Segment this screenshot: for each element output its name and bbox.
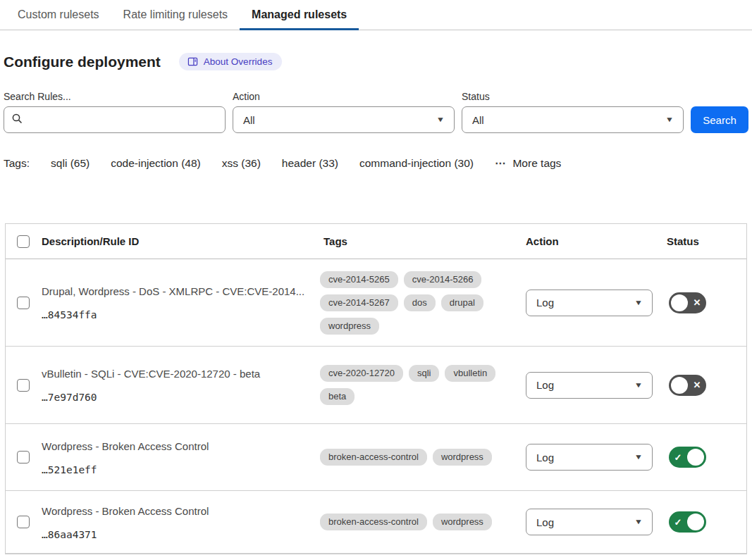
tag-pill: wordpress: [433, 449, 492, 466]
row-checkbox[interactable]: [17, 451, 30, 463]
action-select-value: Log: [536, 452, 554, 463]
rules-table: Description/Rule ID Tags Action Status D…: [5, 223, 747, 554]
tag-pill: sqli: [409, 365, 440, 382]
tag-pill: vbulletin: [445, 365, 495, 382]
chevron-down-icon: ▼: [665, 116, 674, 123]
col-tags: Tags: [320, 235, 522, 247]
book-icon: [187, 56, 198, 67]
search-icon: [11, 113, 23, 127]
rule-description: Wordpress - Broken Access Control: [42, 504, 306, 518]
table-row: Wordpress - Broken Access Control…521e1e…: [6, 424, 746, 491]
rule-description: vBulletin - SQLi - CVE:CVE-2020-12720 - …: [42, 367, 306, 381]
chevron-down-icon: ▼: [634, 518, 643, 525]
rule-tags: cve-2014-5265cve-2014-5266cve-2014-5267d…: [320, 271, 522, 335]
rule-id: …521e1eff: [42, 464, 306, 475]
rule-id: …84534ffa: [42, 309, 306, 321]
tags-bar: Tags: sqli (65)code-injection (48)xss (3…: [4, 157, 748, 170]
row-checkbox[interactable]: [17, 297, 30, 309]
search-rules-input[interactable]: [4, 106, 226, 133]
rule-tags: broken-access-controlwordpress: [320, 514, 522, 530]
action-select[interactable]: Log▼: [526, 290, 653, 316]
rule-description: Drupal, Wordpress - DoS - XMLRPC - CVE:C…: [42, 285, 306, 299]
tag-filter-link[interactable]: code-injection (48): [111, 157, 201, 170]
col-status: Status: [663, 235, 746, 247]
action-select-value: Log: [536, 516, 554, 528]
action-select-value: Log: [536, 297, 554, 309]
tag-pill: cve-2014-5266: [404, 271, 482, 288]
tags-bar-label: Tags:: [4, 157, 30, 170]
page-title: Configure deployment: [4, 52, 161, 71]
status-filter-label: Status: [462, 91, 684, 102]
status-toggle[interactable]: ✓: [669, 511, 706, 533]
x-icon: ✕: [690, 380, 704, 390]
more-tags-button[interactable]: ⋯ More tags: [495, 157, 561, 170]
table-row: Drupal, Wordpress - DoS - XMLRPC - CVE:C…: [6, 259, 746, 347]
tag-links: sqli (65)code-injection (48)xss (36)head…: [51, 157, 474, 170]
toggle-knob: [671, 294, 688, 311]
tag-pill: beta: [320, 388, 355, 405]
tag-pill: cve-2014-5267: [320, 294, 398, 311]
chevron-down-icon: ▼: [634, 382, 643, 389]
tag-filter-link[interactable]: command-injection (30): [359, 157, 474, 170]
table-header-row: Description/Rule ID Tags Action Status: [6, 224, 746, 259]
rule-description: Wordpress - Broken Access Control: [42, 440, 306, 454]
main-content: Configure deployment About Overrides Sea…: [0, 52, 752, 554]
ellipsis-icon: ⋯: [495, 157, 507, 170]
tag-pill: dos: [404, 294, 436, 311]
rule-id: …7e97d760: [42, 392, 306, 403]
status-toggle[interactable]: ✓: [669, 447, 706, 468]
rule-tags: broken-access-controlwordpress: [320, 449, 522, 466]
about-overrides-label: About Overrides: [204, 56, 273, 67]
toggle-knob: [687, 449, 704, 466]
action-filter-select[interactable]: All ▼: [233, 106, 455, 133]
status-toggle[interactable]: ✕: [669, 375, 706, 396]
row-checkbox[interactable]: [17, 516, 30, 528]
tag-pill: cve-2014-5265: [320, 271, 398, 288]
row-checkbox[interactable]: [17, 379, 30, 392]
search-button[interactable]: Search: [691, 106, 748, 133]
tag-pill: broken-access-control: [320, 514, 427, 530]
action-select[interactable]: Log▼: [526, 444, 653, 471]
tag-filter-link[interactable]: xss (36): [222, 157, 261, 170]
toggle-knob: [687, 514, 704, 530]
about-overrides-badge[interactable]: About Overrides: [179, 53, 283, 70]
rule-tags: cve-2020-12720sqlivbulletinbeta: [320, 365, 522, 405]
check-icon: ✓: [671, 452, 685, 463]
tag-pill: drupal: [441, 294, 483, 311]
status-filter-value: All: [472, 114, 484, 126]
tab-managed-rulesets[interactable]: Managed rulesets: [240, 1, 359, 30]
ruleset-tabs: Custom rulesetsRate limiting rulesetsMan…: [0, 0, 752, 30]
rule-id: …86aa4371: [42, 529, 306, 540]
table-row: vBulletin - SQLi - CVE:CVE-2020-12720 - …: [6, 347, 746, 424]
more-tags-label: More tags: [512, 157, 561, 170]
chevron-down-icon: ▼: [436, 116, 445, 123]
chevron-down-icon: ▼: [634, 299, 643, 306]
x-icon: ✕: [690, 297, 704, 308]
tag-filter-link[interactable]: header (33): [282, 157, 338, 170]
action-select-value: Log: [536, 379, 554, 391]
chevron-down-icon: ▼: [634, 454, 643, 461]
action-select[interactable]: Log▼: [526, 509, 653, 535]
select-all-checkbox[interactable]: [17, 235, 30, 248]
tab-custom-rulesets[interactable]: Custom rulesets: [6, 1, 111, 30]
search-rules-label: Search Rules...: [4, 91, 226, 102]
tag-pill: cve-2020-12720: [320, 365, 403, 382]
toggle-knob: [671, 377, 688, 394]
status-toggle[interactable]: ✕: [669, 292, 706, 313]
tag-pill: wordpress: [320, 318, 379, 335]
action-filter-value: All: [243, 114, 255, 126]
table-row: Wordpress - Broken Access Control…86aa43…: [6, 491, 746, 554]
tag-filter-link[interactable]: sqli (65): [51, 157, 90, 170]
tab-rate-limiting-rulesets[interactable]: Rate limiting rulesets: [111, 1, 240, 30]
status-filter-select[interactable]: All ▼: [462, 106, 684, 133]
action-select[interactable]: Log▼: [526, 372, 653, 399]
tag-pill: wordpress: [433, 514, 492, 530]
check-icon: ✓: [671, 517, 685, 528]
tag-pill: broken-access-control: [320, 449, 427, 466]
action-filter-label: Action: [233, 91, 455, 102]
col-action: Action: [522, 235, 663, 247]
col-description: Description/Rule ID: [38, 235, 320, 247]
